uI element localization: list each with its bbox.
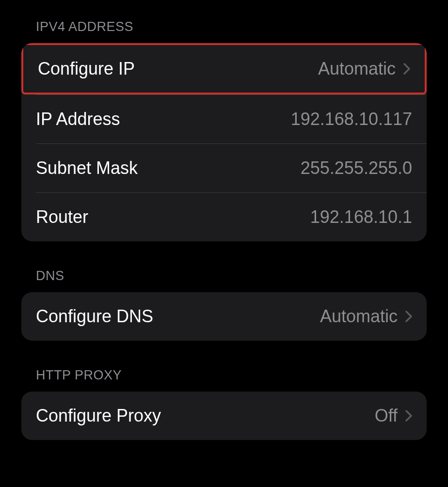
router-label: Router xyxy=(36,207,88,227)
router-value: 192.168.10.1 xyxy=(310,207,412,227)
ipv4-group: Configure IP Automatic IP Address 192.16… xyxy=(21,43,427,241)
configure-dns-row[interactable]: Configure DNS Automatic xyxy=(21,292,427,341)
chevron-right-icon xyxy=(405,410,412,422)
ip-address-value: 192.168.10.117 xyxy=(291,109,412,129)
dns-group: Configure DNS Automatic xyxy=(21,292,427,341)
configure-ip-value: Automatic xyxy=(318,59,396,79)
configure-dns-label: Configure DNS xyxy=(36,306,153,327)
chevron-right-icon xyxy=(405,311,412,322)
ipv4-section: IPV4 ADDRESS Configure IP Automatic IP xyxy=(21,19,427,241)
ip-address-row: IP Address 192.168.10.117 xyxy=(21,95,427,143)
http-proxy-group: Configure Proxy Off xyxy=(21,392,427,440)
configure-dns-value: Automatic xyxy=(320,306,398,327)
configure-ip-label: Configure IP xyxy=(38,59,135,79)
configure-proxy-value: Off xyxy=(375,406,398,426)
router-row: Router 192.168.10.1 xyxy=(21,193,427,241)
http-proxy-section-header: HTTP PROXY xyxy=(36,368,427,383)
http-proxy-section: HTTP PROXY Configure Proxy Off xyxy=(21,368,427,440)
configure-proxy-right: Off xyxy=(375,406,412,426)
dns-section-header: DNS xyxy=(36,268,427,283)
chevron-right-icon xyxy=(403,63,410,75)
subnet-mask-row: Subnet Mask 255.255.255.0 xyxy=(21,144,427,192)
configure-proxy-row[interactable]: Configure Proxy Off xyxy=(21,392,427,440)
dns-section: DNS Configure DNS Automatic xyxy=(21,268,427,341)
subnet-mask-label: Subnet Mask xyxy=(36,158,138,178)
configure-ip-row[interactable]: Configure IP Automatic xyxy=(21,43,427,94)
ipv4-section-header: IPV4 ADDRESS xyxy=(36,19,427,34)
configure-ip-right: Automatic xyxy=(318,59,410,79)
subnet-mask-value: 255.255.255.0 xyxy=(301,158,412,178)
configure-proxy-label: Configure Proxy xyxy=(36,406,161,426)
ip-address-label: IP Address xyxy=(36,109,120,129)
configure-dns-right: Automatic xyxy=(320,306,412,327)
